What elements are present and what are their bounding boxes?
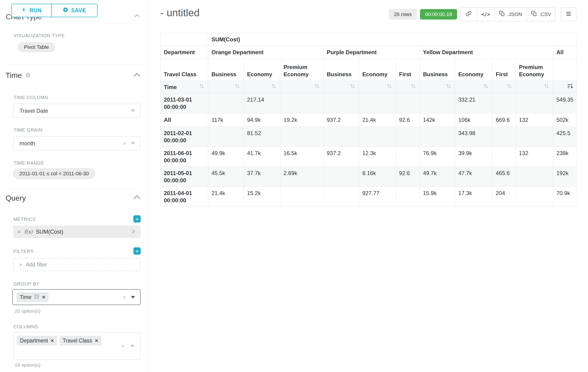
export-csv-label: .CSV	[539, 11, 551, 17]
metric-item[interactable]: × f(x) SUM(Cost)	[13, 225, 141, 238]
time-column-select[interactable]: Travel Date	[13, 104, 141, 118]
viz-type-pill[interactable]: Pivot Table	[18, 42, 55, 52]
run-button[interactable]: RUN	[12, 4, 52, 17]
remove-value-icon[interactable]: ×	[51, 338, 54, 343]
pivot-cell: 12.3k	[359, 147, 396, 167]
info-icon[interactable]	[34, 294, 39, 300]
sort-icon[interactable]	[543, 83, 550, 91]
metric-name: SUM(Cost)	[36, 229, 127, 235]
sort-icon[interactable]	[314, 83, 320, 91]
columns-select[interactable]: Department × Travel Class × ×	[13, 332, 141, 360]
pivot-sort-cell[interactable]	[244, 81, 280, 93]
pivot-class-header: Business	[324, 59, 359, 81]
pivot-sort-cell[interactable]	[455, 81, 493, 93]
chevron-down-icon[interactable]	[131, 142, 135, 145]
sort-icon[interactable]	[199, 83, 205, 91]
add-filter-box[interactable]: + Add filter	[13, 258, 141, 271]
sort-icon[interactable]	[349, 83, 356, 91]
pivot-cell: 132	[516, 114, 553, 127]
chevron-down-icon[interactable]	[131, 109, 135, 112]
pivot-cell	[493, 147, 516, 167]
pivot-class-header: Economy	[359, 59, 396, 81]
time-grain-select[interactable]: month ×	[13, 136, 141, 150]
save-button[interactable]: SAVE	[52, 4, 97, 17]
group-by-value-pill[interactable]: Time ×	[17, 292, 49, 302]
pivot-row-label: 2011-03-01 00:00:00	[161, 93, 208, 114]
query-section-title: Query	[6, 194, 26, 202]
clear-icon[interactable]: ×	[121, 343, 125, 349]
remove-value-icon[interactable]: ×	[95, 338, 98, 343]
query-section-header: Query	[6, 194, 26, 202]
sort-icon[interactable]	[271, 83, 277, 91]
chevron-up-icon[interactable]	[135, 196, 139, 202]
time-section-header: Time	[6, 71, 31, 80]
page-title[interactable]: - untitled	[160, 7, 200, 19]
pivot-sort-cell[interactable]	[208, 81, 244, 93]
more-options-button[interactable]	[561, 7, 577, 21]
time-column-value: Travel Date	[20, 108, 48, 114]
pivot-row-label: 2011-04-01 00:00:00	[161, 187, 208, 207]
pivot-class-header: Premium Economy	[280, 59, 324, 81]
add-filter-plus-button[interactable]: +	[133, 247, 141, 255]
pivot-cell	[324, 127, 359, 147]
export-json-button[interactable]: .JSON	[494, 8, 526, 21]
sort-icon[interactable]	[483, 83, 489, 91]
pivot-sort-cell[interactable]	[516, 81, 553, 93]
time-range-pill[interactable]: 2011-01-01 ≤ col < 2011-06-30	[13, 168, 95, 179]
filters-label: FILTERS	[13, 249, 33, 254]
chart-main-area: - untitled 26 rows 00:00:00.18 </> .JSON	[149, 0, 588, 372]
pivot-sort-cell[interactable]	[396, 81, 420, 93]
chevron-down-icon[interactable]	[131, 296, 135, 298]
pivot-cell	[396, 93, 420, 114]
pivot-sort-cell[interactable]	[420, 81, 455, 93]
export-csv-button[interactable]: .CSV	[526, 8, 555, 21]
control-panel-sidebar: Chart Type RUN SAVE VISUALIZATION TYPE P…	[0, 0, 149, 372]
pivot-time-sort-cell[interactable]: Time	[161, 81, 208, 93]
pivot-cell	[208, 93, 244, 114]
pivot-cell: 332.21	[455, 93, 493, 114]
pivot-sort-cell[interactable]	[324, 81, 359, 93]
sort-icon[interactable]	[506, 83, 512, 91]
pivot-data-row: 2011-06-01 00:00:0049.9k41.7k16.5k937.21…	[161, 147, 577, 167]
clear-icon[interactable]: ×	[123, 294, 126, 300]
pivot-cell	[396, 147, 420, 167]
time-grain-label: TIME GRAIN	[13, 128, 42, 133]
columns-value: Department	[20, 338, 48, 344]
pivot-sort-cell[interactable]	[359, 81, 396, 93]
pivot-class-header: First	[396, 59, 420, 81]
sort-desc-icon[interactable]	[567, 83, 573, 91]
pivot-cell	[420, 127, 455, 147]
sort-icon[interactable]	[234, 83, 240, 91]
clear-icon[interactable]: ×	[123, 140, 126, 147]
pivot-sort-cell-active[interactable]	[553, 81, 577, 93]
link-icon	[465, 11, 472, 18]
pivot-sort-cell[interactable]	[280, 81, 324, 93]
pivot-cell: 15.9k	[420, 187, 455, 207]
remove-value-icon[interactable]: ×	[42, 295, 45, 300]
pivot-data-row: 2011-05-01 00:00:0045.5k37.7k2.69k8.16k9…	[161, 167, 577, 187]
results-toolbar: 26 rows 00:00:00.18 </> .JSON .	[389, 7, 577, 21]
columns-value-pill[interactable]: Department ×	[17, 336, 57, 345]
divider	[6, 65, 142, 65]
remove-metric-icon[interactable]: ×	[18, 229, 21, 235]
chevron-down-icon[interactable]	[130, 345, 135, 348]
plus-icon: +	[19, 261, 22, 268]
chevron-up-icon[interactable]	[135, 15, 139, 19]
chevron-up-icon[interactable]	[135, 74, 139, 80]
plus-circle-icon	[63, 7, 68, 14]
pivot-data-row: 2011-04-01 00:00:0021.4k15.2k927.7715.9k…	[161, 187, 577, 207]
add-metric-button[interactable]: +	[133, 215, 141, 223]
group-by-select[interactable]: Time × ×	[12, 289, 141, 305]
columns-value-pill[interactable]: Travel Class ×	[60, 336, 101, 345]
pivot-cell: 465.6	[493, 167, 516, 187]
metrics-label: METRICS	[13, 217, 36, 222]
sort-icon[interactable]	[410, 83, 416, 91]
sort-icon[interactable]	[386, 83, 392, 91]
caret-right-icon[interactable]	[130, 229, 136, 235]
pivot-cell: 49.7k	[420, 167, 455, 187]
info-icon[interactable]	[25, 71, 31, 80]
pivot-sort-cell[interactable]	[493, 81, 516, 93]
view-query-button[interactable]: </>	[477, 8, 494, 21]
sort-icon[interactable]	[445, 83, 452, 91]
share-link-button[interactable]	[461, 8, 477, 21]
